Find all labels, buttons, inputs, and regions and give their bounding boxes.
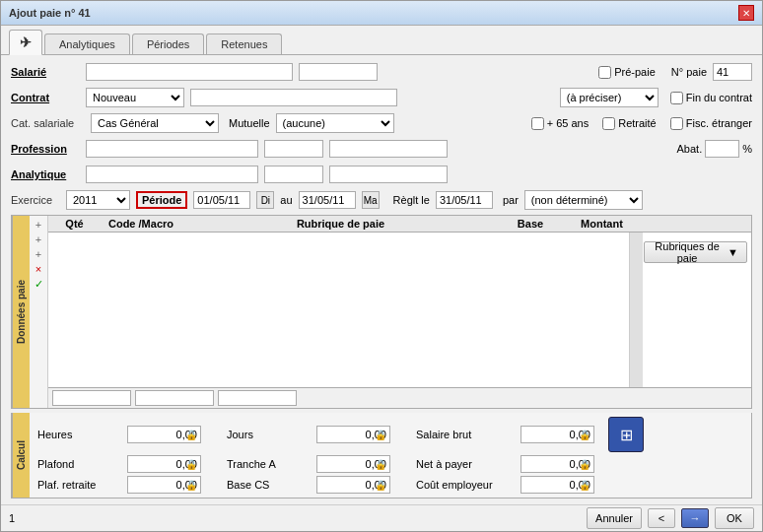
salarie-input2[interactable] bbox=[299, 63, 378, 81]
fisc-label: Fisc. étranger bbox=[686, 117, 752, 129]
contrat-label: Contrat bbox=[11, 92, 80, 103]
date-from-input[interactable] bbox=[193, 191, 250, 209]
analytique-row: Analytique bbox=[11, 164, 752, 185]
col-code: Code /Macro bbox=[97, 218, 185, 230]
rubriques-button[interactable]: Rubriques de paie ▼ bbox=[644, 241, 747, 263]
plus65-label: + 65 ans bbox=[547, 117, 590, 129]
prepie-checkbox[interactable] bbox=[598, 66, 611, 79]
salarie-input1[interactable] bbox=[86, 63, 293, 81]
fin-contrat-row: Fin du contrat bbox=[670, 92, 752, 104]
cat-salariale-row: Cat. salariale Cas Général Mutuelle (auc… bbox=[11, 112, 752, 134]
salaire-brut-field: 🔒 bbox=[520, 426, 594, 443]
plafond-lock: 🔒 bbox=[185, 459, 197, 470]
next-button[interactable]: → bbox=[681, 508, 709, 528]
percent-label: % bbox=[742, 143, 752, 155]
heures-label: Heures bbox=[37, 429, 121, 440]
ok-button[interactable]: OK bbox=[715, 507, 754, 529]
add-btn1[interactable]: + bbox=[32, 218, 45, 232]
footer-input1[interactable] bbox=[52, 390, 131, 406]
donnees-paie-label: Données paie bbox=[12, 216, 30, 408]
mutuelle-label: Mutuelle bbox=[229, 117, 270, 129]
n-paie-input[interactable] bbox=[713, 63, 752, 81]
status-bar: 1 Annuler < → OK bbox=[1, 504, 762, 531]
tab-main[interactable]: ✈ bbox=[9, 30, 42, 55]
salaire-brut-label: Salaire brut bbox=[416, 429, 515, 440]
abat-input[interactable] bbox=[705, 140, 739, 158]
analytique-input3[interactable] bbox=[329, 166, 448, 183]
base-cs-field: 🔒 bbox=[316, 476, 390, 494]
par-label: par bbox=[503, 194, 519, 206]
day-to: Ma bbox=[362, 191, 380, 209]
plafond-field: 🔒 bbox=[127, 455, 201, 473]
footer-input2[interactable] bbox=[135, 390, 214, 406]
profession-input3[interactable] bbox=[329, 140, 448, 158]
nav-buttons: Annuler < → OK bbox=[587, 507, 754, 529]
col-qte: Qté bbox=[52, 218, 97, 230]
annuler-button[interactable]: Annuler bbox=[587, 507, 642, 529]
periode-label[interactable]: Période bbox=[136, 191, 187, 209]
calc-row1: Heures 🔒 Jours 🔒 Salaire brut 🔒 bbox=[37, 417, 743, 452]
exercice-row: Exercice 2011 Période Di au Ma Règlt le … bbox=[11, 189, 752, 211]
plaf-retraite-field: 🔒 bbox=[127, 476, 201, 494]
date-to-input[interactable] bbox=[299, 191, 356, 209]
prepie-check-row: Pré-paie bbox=[598, 66, 656, 79]
scrollbar[interactable] bbox=[629, 233, 643, 387]
profession-input2[interactable] bbox=[264, 140, 323, 158]
plafond-label: Plafond bbox=[37, 458, 121, 470]
cout-employeur-label: Coût employeur bbox=[416, 479, 515, 491]
par-select[interactable]: (non déterminé) bbox=[524, 190, 643, 210]
cout-employeur-field: 🔒 bbox=[520, 476, 594, 494]
main-window: Ajout paie n° 41 ✕ ✈ Analytiques Période… bbox=[0, 0, 763, 532]
calc-row2: Plafond 🔒 Tranche A 🔒 Net à payer 🔒 bbox=[37, 455, 743, 473]
title-bar: Ajout paie n° 41 ✕ bbox=[1, 1, 762, 26]
plus65-checkbox[interactable] bbox=[531, 117, 544, 130]
jours-field: 🔒 bbox=[316, 426, 390, 443]
add-btn3[interactable]: + bbox=[32, 247, 45, 261]
cat-select[interactable]: Cas Général bbox=[91, 113, 219, 133]
fin-contrat-checkbox[interactable] bbox=[670, 92, 683, 104]
fisc-checkbox[interactable] bbox=[670, 117, 683, 130]
analytique-input2[interactable] bbox=[264, 166, 323, 183]
tranche-a-field: 🔒 bbox=[316, 455, 390, 473]
contrat-select[interactable]: Nouveau bbox=[86, 88, 184, 107]
jours-label: Jours bbox=[227, 429, 311, 440]
analytique-input1[interactable] bbox=[86, 166, 258, 183]
fisc-row: Fisc. étranger bbox=[670, 117, 752, 130]
tabs-row: ✈ Analytiques Périodes Retenues bbox=[1, 26, 762, 55]
calculator-icon[interactable]: ⊞ bbox=[608, 417, 644, 452]
prev-button[interactable]: < bbox=[648, 508, 675, 528]
mutuelle-select[interactable]: (aucune) bbox=[276, 113, 394, 133]
retraite-checkbox[interactable] bbox=[602, 117, 615, 130]
profession-input1[interactable] bbox=[86, 140, 258, 158]
a-preciser-select[interactable]: (à préciser) bbox=[560, 88, 659, 107]
status-number: 1 bbox=[9, 512, 15, 524]
del-btn[interactable]: × bbox=[32, 262, 45, 276]
n-paie-label: N° paie bbox=[671, 66, 707, 78]
salaire-brut-lock: 🔒 bbox=[579, 430, 590, 440]
exercice-select[interactable]: 2011 bbox=[66, 190, 130, 210]
exercice-label: Exercice bbox=[11, 194, 60, 206]
day-from: Di bbox=[256, 191, 274, 209]
date-reglt-input[interactable] bbox=[436, 191, 493, 209]
abat-label: Abat. bbox=[677, 143, 703, 155]
contrat-input[interactable] bbox=[190, 89, 397, 106]
net-a-payer-label: Net à payer bbox=[416, 458, 515, 470]
footer-input3[interactable] bbox=[218, 390, 297, 406]
profession-row: Profession Abat. % bbox=[11, 138, 752, 160]
cat-salariale-label: Cat. salariale bbox=[11, 117, 85, 129]
col-rubrique: Rubrique de paie bbox=[185, 218, 496, 230]
calc-body: Heures 🔒 Jours 🔒 Salaire brut 🔒 bbox=[30, 413, 751, 498]
close-button[interactable]: ✕ bbox=[738, 5, 754, 21]
tab-retenues[interactable]: Retenues bbox=[206, 33, 282, 54]
retraite-label: Retraité bbox=[618, 117, 657, 129]
data-section: Données paie + + + × ✓ Qté Code /Macro R… bbox=[11, 215, 752, 409]
calc-section: Calcul Heures 🔒 Jours 🔒 Salaire brut bbox=[11, 413, 752, 499]
plaf-retraite-label: Plaf. retraite bbox=[37, 479, 121, 491]
add-btn2[interactable]: + bbox=[32, 233, 45, 246]
tab-periodes[interactable]: Périodes bbox=[132, 33, 204, 54]
window-title: Ajout paie n° 41 bbox=[9, 7, 91, 19]
tab-analytiques[interactable]: Analytiques bbox=[44, 33, 130, 54]
salarie-label: Salarié bbox=[11, 66, 80, 78]
ok-btn-grid[interactable]: ✓ bbox=[32, 277, 45, 291]
heures-field: 🔒 bbox=[127, 426, 201, 443]
